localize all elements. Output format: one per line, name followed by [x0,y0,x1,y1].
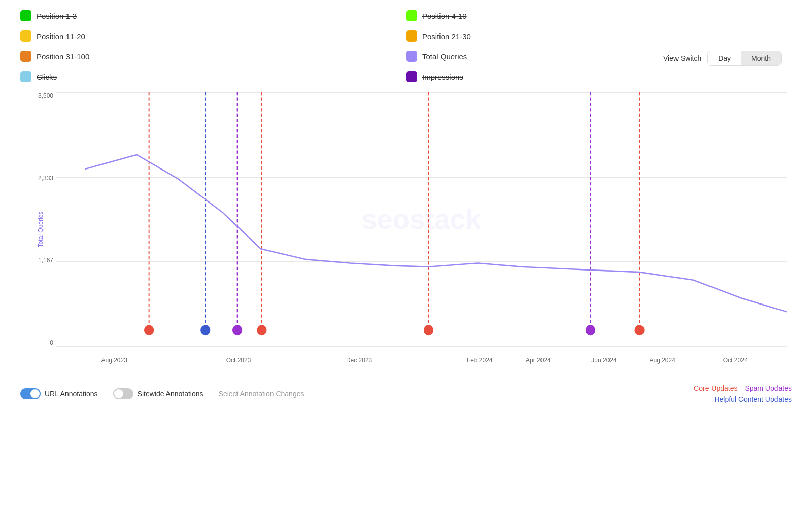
y-tick-3500: 3,500 [38,92,53,99]
core-update-dot-2[interactable] [257,325,266,335]
url-annotations-toggle[interactable] [20,388,41,399]
x-tick-jun2024: Jun 2024 [591,357,616,364]
legend-left: Position 1-3 Position 11-20 Position 31-… [20,10,406,82]
legend: Position 1-3 Position 11-20 Position 31-… [20,10,792,82]
legend-item-pos11-20[interactable]: Position 11-20 [20,30,406,42]
legend-item-pos21-30[interactable]: Position 21-30 [406,30,792,42]
legend-label-pos31-100: Position 31-100 [37,52,89,61]
legend-swatch-total-queries [406,51,417,62]
x-tick-oct2023: Oct 2023 [226,357,251,364]
legend-item-clicks[interactable]: Clicks [20,71,406,82]
total-queries-line [85,155,787,312]
month-button[interactable]: Month [741,51,781,65]
legend-swatch-impressions [406,71,417,82]
select-annotation-changes[interactable]: Select Annotation Changes [219,390,304,398]
y-tick-2333: 2,333 [38,175,53,182]
legend-label-pos4-10: Position 4-10 [422,12,467,20]
legend-item-pos31-100[interactable]: Position 31-100 [20,51,406,62]
helpful-content-dot-1[interactable] [200,325,210,335]
legend-label-pos1-3: Position 1-3 [37,12,77,20]
update-types-line: Core Updates Spam Updates [694,384,792,392]
annotations-right: Core Updates Spam Updates Helpful Conten… [694,384,792,403]
core-update-dot-3[interactable] [424,325,433,335]
url-annotations-label: URL Annotations [45,390,98,398]
annotations-left: URL Annotations Sitewide Annotations Sel… [20,388,304,399]
legend-label-clicks: Clicks [37,73,57,81]
x-tick-oct2024: Oct 2024 [723,357,748,364]
legend-swatch-pos31-100 [20,51,31,62]
url-annotations-thumb [30,389,40,398]
sitewide-annotations-toggle[interactable] [113,388,133,399]
legend-label-pos21-30: Position 21-30 [422,32,471,41]
spam-updates-label: Spam Updates [745,384,792,392]
x-tick-apr2024: Apr 2024 [526,357,551,364]
legend-label-pos11-20: Position 11-20 [37,32,85,41]
core-update-dot-4[interactable] [634,325,644,335]
view-switch-buttons: Day Month [707,51,782,66]
x-tick-feb2024: Feb 2024 [467,357,493,364]
legend-swatch-pos1-3 [20,10,31,21]
view-switch-container: View Switch Day Month [663,51,782,66]
y-tick-1167: 1,167 [38,257,53,264]
legend-item-pos1-3[interactable]: Position 1-3 [20,10,406,21]
y-tick-0: 0 [50,339,53,346]
legend-label-impressions: Impressions [422,73,463,81]
sitewide-annotations-label: Sitewide Annotations [138,390,204,398]
x-tick-aug2024: Aug 2024 [649,357,675,364]
url-annotations-item: URL Annotations [20,388,98,399]
legend-swatch-pos21-30 [406,30,417,42]
helpful-content-line: Helpful Content Updates [694,395,792,403]
spam-update-dot-2[interactable] [586,325,595,335]
view-switch-label: View Switch [663,54,701,62]
sitewide-annotations-thumb [114,389,123,398]
legend-item-pos4-10[interactable]: Position 4-10 [406,10,792,21]
core-update-dot-1[interactable] [144,325,154,335]
legend-right: Position 4-10 Position 21-30 Total Queri… [406,10,792,82]
legend-swatch-pos11-20 [20,30,31,42]
legend-swatch-clicks [20,71,31,82]
spam-update-dot-1[interactable] [232,325,242,335]
legend-label-total-queries: Total Queries [422,52,467,61]
legend-item-impressions[interactable]: Impressions [406,71,792,82]
core-updates-label: Core Updates [694,384,737,392]
chart-area: Total Queries 3,500 2,333 1,167 0 seosta… [20,92,792,366]
y-axis-ticks: 3,500 2,333 1,167 0 [33,92,56,346]
helpful-content-label: Helpful Content Updates [714,395,792,403]
main-container: Position 1-3 Position 11-20 Position 31-… [0,0,812,506]
bottom-controls: URL Annotations Sitewide Annotations Sel… [20,377,792,411]
legend-swatch-pos4-10 [406,10,417,21]
chart-inner: seostack [56,92,787,346]
x-tick-aug2023: Aug 2023 [101,357,127,364]
x-tick-dec2023: Dec 2023 [346,357,372,364]
sitewide-annotations-item: Sitewide Annotations [113,388,204,399]
chart-svg [56,92,787,346]
day-button[interactable]: Day [708,51,741,65]
x-axis: Aug 2023 Oct 2023 Dec 2023 Feb 2024 Apr … [56,346,787,366]
